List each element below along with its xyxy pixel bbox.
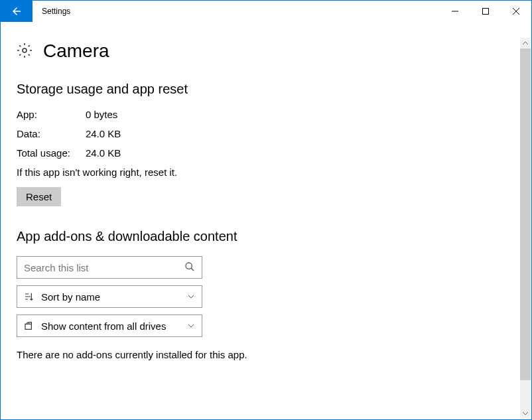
addons-heading: App add-ons & downloadable content	[17, 229, 515, 244]
arrow-left-icon	[11, 5, 23, 17]
maximize-icon	[482, 8, 489, 15]
page-title: Camera	[43, 40, 109, 62]
scrollbar-up-button[interactable]	[520, 38, 531, 48]
svg-rect-3	[25, 324, 31, 329]
chevron-down-icon	[187, 291, 195, 303]
storage-heading: Storage usage and app reset	[17, 82, 515, 97]
drives-label: Show content from all drives	[41, 320, 166, 332]
scrollbar-down-button[interactable]	[520, 408, 531, 419]
app-size-value: 0 bytes	[86, 109, 117, 120]
addons-empty-text: There are no add-ons currently installed…	[17, 349, 515, 360]
window-controls	[440, 1, 531, 22]
total-usage-value: 24.0 KB	[86, 147, 121, 159]
total-usage-row: Total usage: 24.0 KB	[17, 147, 515, 159]
app-size-row: App: 0 bytes	[17, 109, 515, 120]
data-size-label: Data:	[17, 128, 86, 139]
reset-button[interactable]: Reset	[17, 187, 61, 206]
chevron-up-icon	[523, 40, 528, 46]
drives-dropdown[interactable]: Show content from all drives	[17, 315, 202, 337]
page-header: Camera	[17, 40, 515, 62]
gear-icon	[17, 42, 33, 60]
app-size-label: App:	[17, 109, 86, 120]
total-usage-label: Total usage:	[17, 147, 86, 159]
close-button[interactable]	[501, 1, 531, 22]
svg-rect-0	[483, 9, 489, 15]
chevron-down-icon	[523, 411, 528, 416]
svg-point-2	[186, 263, 192, 269]
minimize-button[interactable]	[440, 1, 470, 22]
data-size-value: 24.0 KB	[86, 128, 121, 139]
back-button[interactable]	[1, 1, 33, 22]
reset-hint: If this app isn't working right, reset i…	[17, 167, 515, 178]
scrollbar-thumb[interactable]	[520, 48, 531, 380]
drive-icon	[24, 320, 34, 331]
chevron-down-icon	[187, 320, 195, 332]
sort-dropdown[interactable]: Sort by name	[17, 285, 202, 308]
maximize-button[interactable]	[470, 1, 501, 22]
titlebar: Settings	[1, 1, 531, 22]
svg-point-1	[23, 48, 27, 52]
data-size-row: Data: 24.0 KB	[17, 128, 515, 139]
search-input[interactable]	[24, 262, 184, 273]
close-icon	[513, 8, 519, 15]
minimize-icon	[452, 8, 458, 15]
scrollbar[interactable]	[520, 38, 531, 419]
window-title: Settings	[33, 1, 440, 22]
sort-icon	[24, 291, 34, 302]
content-area: Camera Storage usage and app reset App: …	[1, 22, 531, 419]
search-addons[interactable]	[17, 256, 202, 279]
search-icon	[184, 261, 195, 274]
sort-label: Sort by name	[41, 291, 100, 303]
